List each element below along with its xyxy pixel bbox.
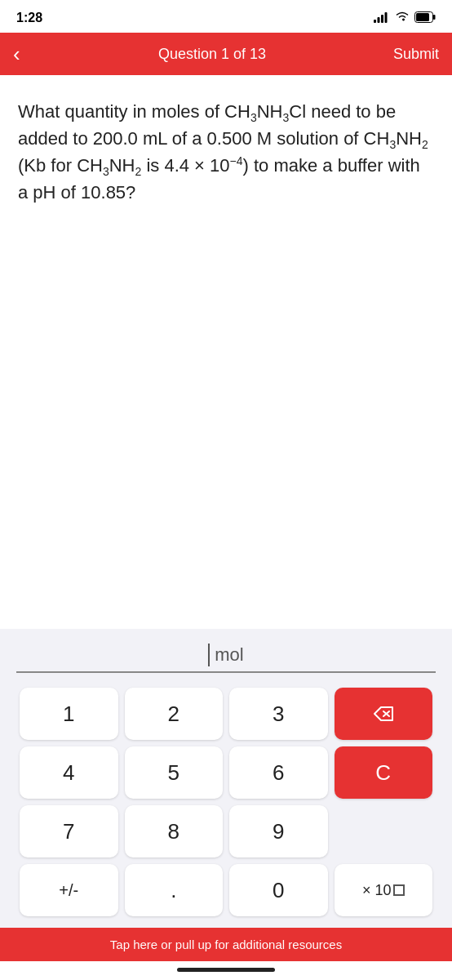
header: ‹ Question 1 of 13 Submit xyxy=(0,33,452,75)
key-decimal[interactable]: . xyxy=(125,864,224,916)
key-7[interactable]: 7 xyxy=(20,805,118,858)
input-display: mol xyxy=(16,644,436,673)
svg-rect-2 xyxy=(381,15,383,23)
key-0[interactable]: 0 xyxy=(229,864,328,916)
key-x10[interactable]: × 10 xyxy=(335,864,433,916)
question-text: What quantity in moles of CH3NH3Cl need … xyxy=(18,98,434,206)
status-bar: 1:28 xyxy=(0,0,452,33)
question-counter: Question 1 of 13 xyxy=(42,46,382,63)
key-delete[interactable] xyxy=(335,688,433,740)
input-cursor xyxy=(208,644,210,666)
svg-rect-0 xyxy=(374,20,376,23)
svg-rect-3 xyxy=(385,12,388,23)
question-area: What quantity in moles of CH3NH3Cl need … xyxy=(0,75,452,629)
key-4[interactable]: 4 xyxy=(20,746,118,799)
signal-icon xyxy=(374,11,390,25)
submit-button[interactable]: Submit xyxy=(382,46,439,63)
back-button[interactable]: ‹ xyxy=(13,42,42,67)
wifi-icon xyxy=(395,11,410,25)
keypad: 1 2 3 4 5 6 C 7 8 9 +/- . 0 × 10 xyxy=(16,688,436,923)
status-time: 1:28 xyxy=(16,11,42,25)
key-clear[interactable]: C xyxy=(335,746,433,799)
svg-rect-1 xyxy=(378,17,380,23)
tap-bar[interactable]: Tap here or pull up for additional resou… xyxy=(0,928,452,961)
battery-icon xyxy=(414,11,436,25)
svg-rect-5 xyxy=(416,13,429,21)
key-sign[interactable]: +/- xyxy=(20,864,118,916)
key-empty-1 xyxy=(335,805,433,858)
key-5[interactable]: 5 xyxy=(125,746,224,799)
status-icons xyxy=(374,11,436,25)
home-bar xyxy=(177,968,275,972)
key-8[interactable]: 8 xyxy=(125,805,224,858)
input-area: mol 1 2 3 4 5 6 C 7 8 9 +/- . 0 × 10 xyxy=(0,629,452,928)
input-unit: mol xyxy=(215,644,243,666)
svg-rect-6 xyxy=(433,15,436,20)
key-6[interactable]: 6 xyxy=(229,746,328,799)
key-3[interactable]: 3 xyxy=(229,688,328,740)
key-9[interactable]: 9 xyxy=(229,805,328,858)
home-indicator xyxy=(0,961,452,980)
key-1[interactable]: 1 xyxy=(20,688,118,740)
key-2[interactable]: 2 xyxy=(125,688,224,740)
